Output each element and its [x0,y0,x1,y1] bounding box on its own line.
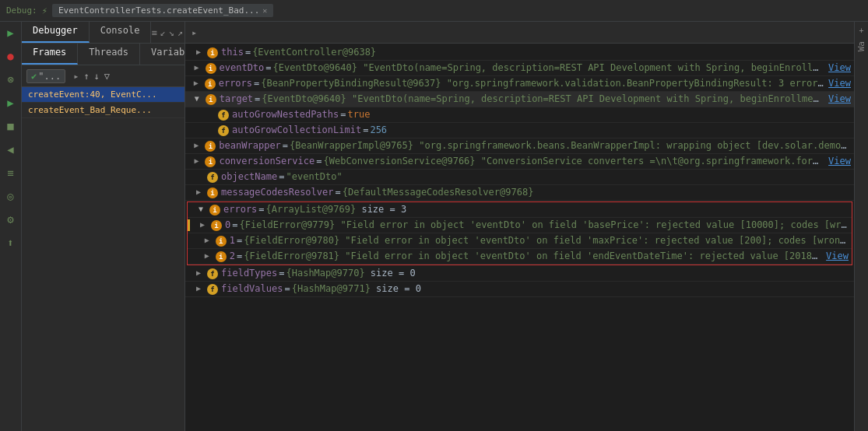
var-row-error-1: ▶ i 1 = {FieldError@9780} "Field error i… [188,233,852,249]
var-row-error-2: ▶ i 2 = {FieldError@9781} "Field error i… [188,249,852,265]
name-fieldvalues: fieldValues [221,283,283,294]
frames-toolbar: ✔ "... ▸ ↑ ↓ ▽ [22,65,184,87]
expand-msgcodes[interactable]: ▶ [196,187,207,196]
name-error-1: 1 [230,235,235,246]
link-error-2[interactable]: View [826,251,849,261]
name-error-0: 0 [225,219,230,230]
tab-frames[interactable]: Frames [22,44,78,65]
expand-errors-array[interactable]: ▼ [199,204,209,213]
expand-beanwrapper[interactable]: ▶ [194,140,205,149]
value-beanwrapper: {BeanWrapperImpl@9765} "org.springframew… [290,140,851,151]
down-arrow-icon[interactable]: ↓ [94,71,100,82]
link-errors-bean[interactable]: View [828,78,851,89]
frames-tab-bar: Frames Threads Variables [22,44,184,65]
eq-eventdto: = [265,62,271,73]
icon-fieldvalues: f [207,284,218,295]
expand-target[interactable]: ▼ [195,93,206,103]
var-row-fieldvalues: ▶ f fieldValues = {HashMap@9771} size = … [185,282,854,297]
icon-error-0: i [211,220,222,231]
var-row-conversion: ▶ i conversionService = {WebConversionSe… [185,154,854,170]
icon-conversion: i [205,156,216,167]
name-autogrowlimit: autoGrowCollectionLimit [232,124,361,135]
value-error-2: {FieldError@9781} "Field error in object… [244,251,821,261]
close-tab-icon[interactable]: ✕ [262,6,267,15]
expand-fieldtypes[interactable]: ▶ [196,268,207,277]
tab-console[interactable]: Console [90,22,152,43]
tab-debugger[interactable]: Debugger [22,22,90,43]
step-over-icon[interactable]: ↙ [160,27,166,38]
name-objectname: objectName [221,171,277,182]
expand-this[interactable]: ▶ [196,47,207,56]
main-layout: ▶ ● ⊗ ▶ ■ ◀ ≡ ◎ ⚙ ⬆ Debugger Console ≡ ↙… [0,22,868,431]
name-fieldtypes: fieldTypes [221,268,277,279]
frame-name-1: createEvent_Bad_Reque... [28,105,178,115]
eq-errors-array: = [258,204,264,215]
eq-conversion: = [316,156,322,166]
var-row-error-0: ▶ i 0 = {FieldError@9779} "Field error i… [188,218,852,233]
stop-icon[interactable]: ● [3,48,19,64]
value-autogrowlimit: 256 [370,124,387,135]
name-errors-bean: errors [219,78,252,89]
resume-icon[interactable]: ▶ [3,25,19,40]
left-sidebar: ▶ ● ⊗ ▶ ■ ◀ ≡ ◎ ⚙ ⬆ [0,22,22,431]
value-eventdto: {EventDto@9640} "EventDto(name=Spring, d… [273,62,824,73]
frame-item-1[interactable]: createEvent_Bad_Reque... [22,103,184,118]
camera-icon[interactable]: ◎ [3,188,19,204]
debugger-panel: Debugger Console ≡ ↙ ↘ ↗ → ≡ ≡≡ Frames T… [22,22,185,431]
icon-errors-array: i [209,205,220,216]
link-eventdto[interactable]: View [828,62,851,73]
step-into-icon[interactable]: ↘ [169,27,174,38]
name-eventdto: eventDto [220,62,265,73]
icon-objectname: f [207,172,218,183]
up-icon[interactable]: ⬆ [3,235,19,251]
expand-fieldvalues[interactable]: ▶ [196,283,207,293]
var-tree: ▶ i this = {EventController@9638} ▶ i ev… [185,44,854,431]
expand-eventdto[interactable]: ▶ [195,62,206,72]
up-arrow-icon[interactable]: ↑ [83,71,89,82]
eq-msgcodes: = [336,187,341,198]
tab-threads[interactable]: Threads [78,44,140,65]
plus-icon[interactable]: + [859,26,863,35]
icon-beanwrapper: i [205,141,216,152]
name-this: this [221,47,244,58]
debug-tab[interactable]: EventControllerTests.createEvent_Bad... … [52,4,273,17]
icon-fieldtypes: f [207,268,218,279]
value-autogrownested: true [348,109,371,120]
name-msgcodes: messageCodesResolver [221,187,334,198]
debug-bar: Debug: ⚡ EventControllerTests.createEven… [0,0,868,22]
step-out-icon[interactable]: ↗ [177,27,183,38]
name-beanwrapper: beanWrapper [219,140,280,151]
resume-button[interactable]: ✔ "... [26,69,65,83]
icon-eventdto: i [206,63,216,74]
expand-conversion[interactable]: ▶ [194,156,205,165]
expand-error-1[interactable]: ▶ [205,235,216,244]
top-tab-bar: Debugger Console ≡ ↙ ↘ ↗ → ≡ ≡≡ [22,22,184,44]
link-conversion[interactable]: View [828,156,851,166]
back-icon[interactable]: ◀ [3,142,19,157]
right-sidebar: + Wa [854,22,868,431]
eq-error-0: = [232,219,237,230]
expand-errors-bean[interactable]: ▶ [194,78,205,87]
value-error-0: {FieldError@9779} "Field error in object… [239,219,849,230]
settings-icon[interactable]: ⚙ [3,212,19,227]
frame-item-0[interactable]: createEvent:40, EventC... [22,87,184,103]
debug-label: Debug: [6,5,37,16]
icon-target: i [206,94,216,105]
expand-error-0[interactable]: ▶ [200,219,211,229]
link-target[interactable]: View [828,93,851,104]
value-msgcodes: {DefaultMessageCodesResolver@9768} [343,187,534,198]
run-icon[interactable]: ▶ [3,95,19,110]
name-target: target [220,93,253,104]
nav-icon[interactable]: ≡ [3,165,19,180]
eq-errors-bean: = [254,78,259,89]
var-row-beanwrapper: ▶ i beanWrapper = {BeanWrapperImpl@9765}… [185,138,854,154]
expand-error-2[interactable]: ▶ [205,251,216,260]
debug-icon: ⚡ [42,5,47,16]
close-icon[interactable]: ■ [3,118,19,134]
value-fieldtypes: {HashMap@9770} size = 0 [286,268,415,279]
eq-error-2: = [237,251,242,261]
eq-error-1: = [237,235,242,246]
filter-icon[interactable]: ▽ [104,71,110,82]
build-icon[interactable]: ⊗ [3,72,19,87]
layout-icon[interactable]: ≡ [151,27,156,38]
